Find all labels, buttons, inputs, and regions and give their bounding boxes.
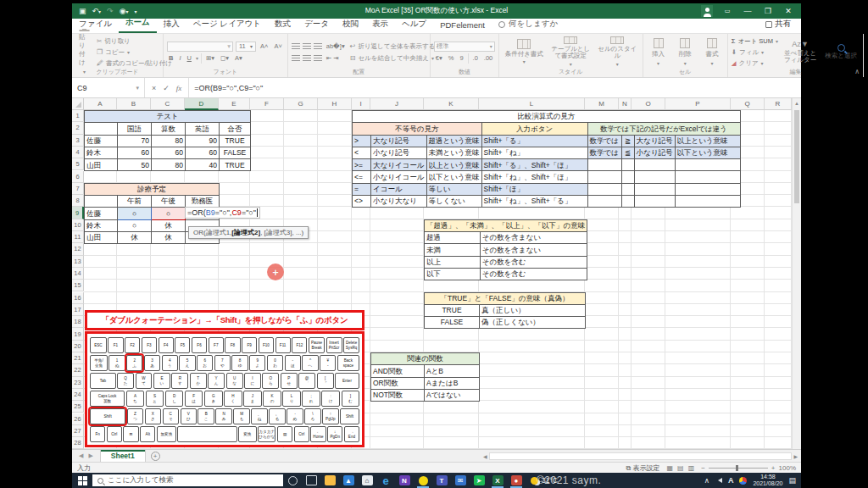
- column-header-A[interactable]: A: [84, 98, 117, 110]
- comparison-table-cell[interactable]: 小なり大なり: [371, 196, 427, 208]
- conditional-formatting-button[interactable]: 条件付き書式▾: [503, 36, 546, 68]
- align-top-icon[interactable]: [292, 43, 300, 50]
- user-avatar[interactable]: [701, 5, 713, 17]
- comparison-table-cell[interactable]: 不等号の見方: [353, 123, 482, 135]
- undo-icon[interactable]: ↶▾: [92, 7, 102, 15]
- ime-indicator[interactable]: A: [728, 476, 734, 485]
- font-name-select[interactable]: ▾: [167, 42, 233, 52]
- row-header-12[interactable]: 12: [72, 243, 84, 255]
- comparison-table-cell[interactable]: [634, 183, 675, 195]
- taskbar-icon-edge[interactable]: e: [376, 473, 395, 488]
- autosum-button[interactable]: Σオート SUM ▾: [732, 36, 778, 46]
- comparison-table-cell[interactable]: [634, 171, 675, 183]
- percent-icon[interactable]: %: [447, 54, 456, 62]
- redo-icon[interactable]: ↷: [107, 7, 114, 15]
- hscroll-right-icon[interactable]: ▶: [793, 453, 798, 459]
- meaning-table-cell[interactable]: 未満: [425, 244, 481, 256]
- comparison-table-cell[interactable]: 入力ボタン: [481, 123, 587, 135]
- comparison-table-cell[interactable]: 小なり記号: [371, 147, 427, 158]
- horizontal-scrollbar[interactable]: ◀ ▶: [483, 450, 801, 462]
- test-table-cell[interactable]: 60: [118, 147, 152, 158]
- related-functions-table[interactable]: 関連の関数AND関数AとBOR関数AまたはBNOT関数Aではない: [370, 352, 480, 402]
- insert-function-icon[interactable]: fx: [176, 84, 182, 92]
- comparison-table-cell[interactable]: 以上という意味: [675, 135, 740, 147]
- normal-view-icon[interactable]: ▦: [667, 464, 674, 472]
- page-layout-view-icon[interactable]: ▤: [677, 464, 684, 472]
- comparison-table-cell[interactable]: <=: [353, 171, 371, 183]
- taskbar-icon-explorer[interactable]: [320, 473, 339, 488]
- font-color-icon[interactable]: A▾: [233, 54, 244, 62]
- row-header-22[interactable]: 22: [72, 364, 84, 376]
- taskbar-icon-photos[interactable]: ▲: [339, 473, 358, 488]
- comparison-table-cell[interactable]: ≦: [621, 147, 634, 158]
- sheet-nav-right-icon[interactable]: ▶: [88, 452, 92, 459]
- row-header-14[interactable]: 14: [72, 268, 84, 280]
- truefalse-table-cell[interactable]: 「TRUE」と「FALSE」の意味（真偽）: [425, 292, 586, 304]
- truefalse-table[interactable]: 「TRUE」と「FALSE」の意味（真偽）TRUE真（正しい）FALSE偽（正し…: [424, 292, 586, 330]
- column-header-Q[interactable]: Q: [731, 98, 765, 110]
- sheet-tab-sheet1[interactable]: Sheet1: [100, 450, 146, 462]
- row-header-6[interactable]: 6: [72, 171, 84, 183]
- related-functions-table-cell[interactable]: 関連の関数: [371, 353, 480, 365]
- comparison-table-cell[interactable]: 大なりイコール: [371, 159, 427, 171]
- row-header-18[interactable]: 18: [72, 316, 84, 328]
- comparison-table-cell[interactable]: [587, 183, 621, 195]
- comparison-table-cell[interactable]: =: [353, 183, 371, 195]
- name-box[interactable]: C9▾: [72, 78, 145, 97]
- schedule-table-cell[interactable]: 診療予定: [85, 183, 220, 195]
- truefalse-table-cell[interactable]: 真（正しい）: [480, 304, 586, 316]
- row-header-13[interactable]: 13: [72, 256, 84, 268]
- column-header-B[interactable]: B: [117, 98, 151, 110]
- tab-data[interactable]: データ: [298, 16, 336, 33]
- test-table-cell[interactable]: 60: [152, 147, 186, 158]
- related-functions-table-cell[interactable]: AまたはB: [425, 377, 480, 389]
- enter-icon[interactable]: ✓: [163, 84, 170, 92]
- tab-pdfelement[interactable]: PDFelement: [433, 18, 492, 33]
- taskbar-clock[interactable]: 14:582021/08/20: [753, 474, 782, 488]
- schedule-table-cell[interactable]: 佐藤: [85, 208, 118, 219]
- copy-button[interactable]: ❐コピー ▾: [97, 47, 172, 57]
- taskbar-icon-store[interactable]: ⌂: [358, 473, 376, 488]
- column-header-J[interactable]: J: [370, 98, 424, 110]
- format-as-table-button[interactable]: テーブルとして書式設定▾: [549, 36, 593, 68]
- schedule-table-cell[interactable]: 休: [152, 219, 186, 231]
- comparison-table-cell[interactable]: 超過という意味: [426, 135, 481, 147]
- clear-button[interactable]: ◢クリア ▾: [732, 58, 778, 68]
- merge-center-button[interactable]: ⊟セルを結合して中央揃え ▾: [350, 53, 436, 64]
- schedule-table-cell[interactable]: 休: [118, 231, 152, 243]
- zoom-in-icon[interactable]: +: [771, 464, 776, 472]
- fill-color-icon[interactable]: ◻▾: [219, 54, 231, 62]
- borders-icon[interactable]: ⊞▾: [204, 54, 216, 62]
- column-header-O[interactable]: O: [632, 98, 665, 110]
- row-header-9[interactable]: 9: [72, 207, 84, 219]
- related-functions-table-cell[interactable]: NOT関数: [371, 389, 425, 401]
- related-functions-table-cell[interactable]: AとB: [425, 365, 480, 377]
- page-break-view-icon[interactable]: ▥: [688, 464, 695, 472]
- comparison-table-cell[interactable]: [587, 171, 621, 183]
- comparison-table-cell[interactable]: 比較演算式の見方: [353, 111, 741, 123]
- schedule-table-cell[interactable]: ○: [118, 208, 152, 219]
- cancel-icon[interactable]: ×: [152, 84, 156, 92]
- number-format-select[interactable]: 標準▾: [434, 42, 495, 52]
- comparison-table-cell[interactable]: ≧: [621, 135, 634, 147]
- display-settings-button[interactable]: ⧉ 表示設定: [626, 463, 660, 473]
- taskbar-icon-arrow[interactable]: ➤: [470, 473, 488, 488]
- comparison-table-cell[interactable]: 大なり記号: [371, 135, 427, 147]
- test-table-cell[interactable]: 合否: [220, 123, 251, 135]
- comparison-table-cell[interactable]: [675, 183, 740, 195]
- comparison-table-cell[interactable]: 数学では下記の記号だがExcelでは違う: [587, 123, 740, 135]
- font-size-select[interactable]: 11▾: [236, 42, 256, 52]
- comparison-table-cell[interactable]: <: [353, 147, 371, 158]
- comparison-table-cell[interactable]: 以下という意味: [675, 147, 740, 158]
- comparison-table-cell[interactable]: Shift+「ね」、Shift+「る」: [481, 196, 587, 208]
- row-header-2[interactable]: 2: [72, 122, 84, 134]
- vertical-scrollbar[interactable]: ▲: [792, 98, 801, 449]
- row-header-26[interactable]: 26: [72, 413, 84, 425]
- wrap-text-button[interactable]: ↩折り返して全体を表示する: [350, 42, 436, 52]
- test-table-cell[interactable]: 山田: [85, 159, 118, 171]
- comparison-table-cell[interactable]: [621, 183, 634, 195]
- meaning-table-cell[interactable]: 以下: [425, 268, 481, 280]
- column-header-H[interactable]: H: [318, 98, 352, 110]
- orientation-icon[interactable]: ab�]▾: [325, 42, 347, 50]
- test-table-cell[interactable]: 80: [152, 159, 186, 171]
